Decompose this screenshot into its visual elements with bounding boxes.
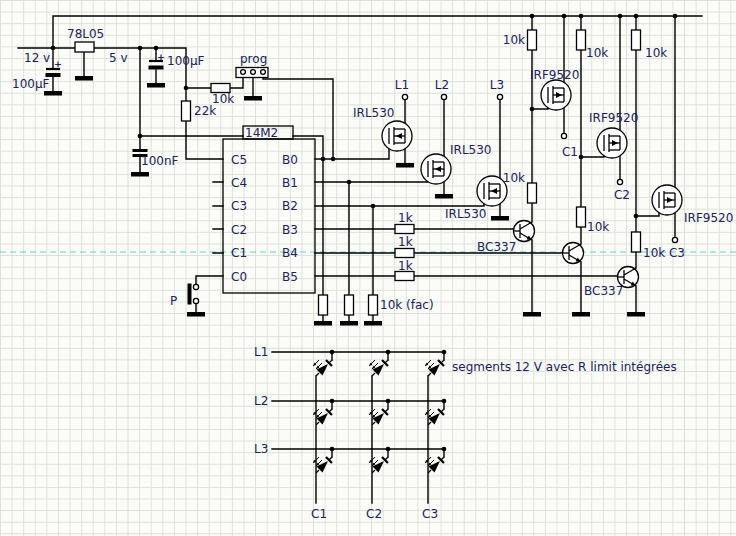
prog-pin-2 (251, 70, 256, 75)
polarity-plus-icon: + (157, 51, 165, 62)
regulator-78l05-body (75, 42, 94, 52)
mcu-pin-c2: C2 (231, 223, 247, 237)
label-10k-gate-2: 10k (587, 220, 609, 234)
junction-dots (51, 14, 678, 452)
label-mcu-part: 14M2 (245, 126, 278, 140)
label-regulator: 78L05 (67, 27, 104, 41)
matrix-note: segments 12 V avec R limit intégrées (452, 360, 677, 374)
resistor-10k-fac-2 (345, 295, 354, 315)
led-icon (425, 360, 444, 376)
matrix-row-l1: L1 (254, 345, 268, 359)
ground-icon (435, 194, 453, 199)
prog-pin-3 (261, 70, 266, 75)
label-bc337-1: BC337 (477, 240, 516, 254)
terminal-c2 (617, 179, 622, 184)
net-label-c1: C1 (562, 145, 578, 159)
push-button (188, 284, 199, 305)
schematic-canvas: 12 v 78L05 5 v 100µF 100µF 100nF + + pro… (0, 0, 736, 536)
mcu-pin-b1: B1 (282, 176, 298, 190)
ground-icon (75, 76, 93, 81)
label-12v: 12 v (24, 51, 50, 65)
mcu-pin-b0: B0 (282, 153, 298, 167)
net-label-c3: C3 (669, 246, 685, 260)
mosfet-irl530-2 (421, 154, 451, 184)
ground-icon (131, 172, 149, 177)
label-irl530-2: IRL530 (450, 143, 491, 157)
label-cap-bypass: 100nF (141, 154, 179, 168)
label-1k-3: 1k (398, 259, 413, 273)
resistor-10k-gate-1 (528, 183, 537, 203)
ground-symbols (44, 76, 645, 326)
mcu-pin-c0: C0 (231, 270, 247, 284)
ground-icon (396, 163, 414, 168)
label-22k: 22k (194, 104, 216, 118)
matrix-col-c2: C2 (366, 507, 382, 521)
matrix-col-c3: C3 (422, 507, 438, 521)
terminal-c3 (672, 237, 677, 242)
ground-icon (44, 91, 62, 96)
ground-icon (340, 321, 358, 326)
label-1k-1: 1k (398, 211, 413, 225)
label-irl530-3: IRL530 (445, 207, 486, 221)
resistor-10k-gate-3 (632, 232, 641, 252)
mosfet-irf9520-3 (652, 185, 682, 215)
resistor-22k (182, 101, 191, 121)
ground-icon (147, 83, 165, 88)
label-bc337-2: BC337 (584, 284, 623, 298)
terminal-l3 (497, 94, 502, 99)
label-1k-2: 1k (398, 235, 413, 249)
resistor-1k-2 (395, 249, 414, 258)
mcu-pin-c5: C5 (231, 153, 247, 167)
ground-icon (187, 312, 205, 317)
mcu-pin-c3: C3 (231, 199, 247, 213)
ground-icon (314, 321, 332, 326)
label-cap-output: 100µF (167, 54, 205, 68)
capacitors (46, 61, 164, 157)
mosfet-irf9520-1 (541, 80, 571, 110)
transistor-bc337-1 (514, 221, 535, 242)
prog-pin-1 (241, 70, 246, 75)
polarity-plus-icon: + (54, 58, 62, 69)
label-irf9520-2: IRF9520 (589, 111, 638, 125)
ground-icon (523, 312, 541, 317)
cap-100uf-output (149, 61, 164, 70)
resistor-10k-fac-3 (369, 295, 378, 315)
net-label-l2: L2 (435, 78, 449, 92)
label-5v: 5 v (109, 51, 128, 65)
matrix-row-l3: L3 (254, 442, 268, 456)
ground-icon (491, 216, 509, 221)
ground-icon (364, 321, 382, 326)
label-10k-gate-1: 10k (503, 171, 525, 185)
net-label-l1: L1 (395, 78, 409, 92)
terminal-c1 (561, 133, 566, 138)
resistor-10k-gate-2 (577, 207, 586, 227)
led-icon (369, 360, 388, 376)
ground-icon (572, 312, 590, 317)
mcu-pin-b3: B3 (282, 223, 298, 237)
terminal-l2 (441, 94, 446, 99)
resistor-1k-1 (395, 225, 414, 234)
mcu-pin-b2: B2 (282, 199, 298, 213)
label-10k-fac: 10k (fac) (380, 298, 434, 312)
net-label-l3: L3 (490, 78, 504, 92)
mcu-pin-b5: B5 (282, 270, 298, 284)
matrix-row-l2: L2 (254, 394, 268, 408)
resistor-10k-pullup-3 (632, 30, 641, 50)
label-prog: prog (240, 52, 267, 66)
label-button-p: P (170, 294, 177, 308)
led-icon (313, 360, 332, 376)
mcu-pin-c1: C1 (231, 246, 247, 260)
mosfet-irf9520-2 (597, 128, 627, 158)
resistor-10k-pullup-1 (528, 30, 537, 50)
net-label-c2: C2 (614, 188, 630, 202)
label-10k-pullup-1: 10k (503, 33, 525, 47)
mcu-pin-c4: C4 (231, 176, 247, 190)
label-irf9520-1: IRF9520 (530, 68, 579, 82)
transistor-bc337-2 (563, 243, 584, 264)
matrix-col-c1: C1 (311, 507, 327, 521)
resistor-10k-pullup-2 (577, 30, 586, 50)
schematic-sheet: 12 v 78L05 5 v 100µF 100µF 100nF + + pro… (0, 0, 736, 536)
label-10k-pullup-2: 10k (586, 46, 608, 60)
resistor-10k-fac-1 (319, 295, 328, 315)
label-irf9520-3: IRF9520 (684, 211, 733, 225)
